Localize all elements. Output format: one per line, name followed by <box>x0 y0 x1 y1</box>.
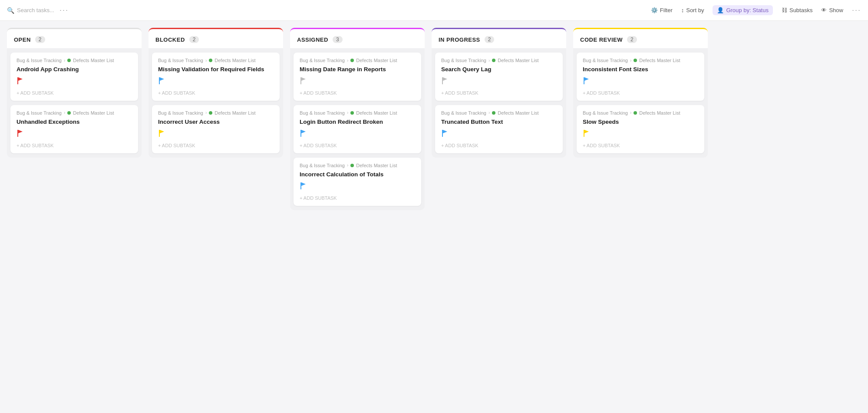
status-dot-icon <box>67 59 71 62</box>
task-card[interactable]: Bug & Issue Tracking›Defects Master List… <box>10 53 138 101</box>
topbar-left: 🔍 Search tasks... ··· <box>7 6 69 15</box>
breadcrumb-parent: Bug & Issue Tracking <box>300 163 345 168</box>
status-dot-icon <box>350 59 354 62</box>
column-count-blocked: 2 <box>189 36 199 43</box>
add-subtask-button[interactable]: + ADD SUBTASK <box>300 90 415 96</box>
breadcrumb-parent: Bug & Issue Tracking <box>441 110 486 116</box>
show-label: Show <box>829 7 843 13</box>
breadcrumb-child: Defects Master List <box>356 163 397 168</box>
add-subtask-button[interactable]: + ADD SUBTASK <box>300 143 415 148</box>
task-card[interactable]: Bug & Issue Tracking›Defects Master List… <box>152 53 280 101</box>
breadcrumb-child: Defects Master List <box>73 58 114 63</box>
add-subtask-button[interactable]: + ADD SUBTASK <box>158 90 274 96</box>
priority-flag-icon[interactable] <box>300 182 415 191</box>
task-title: Truncated Button Text <box>441 118 557 126</box>
sort-by-button[interactable]: ↕ Sort by <box>681 7 704 13</box>
task-card[interactable]: Bug & Issue Tracking›Defects Master List… <box>294 158 421 206</box>
breadcrumb-child: Defects Master List <box>356 110 397 116</box>
priority-flag-icon[interactable] <box>300 130 415 139</box>
breadcrumb-child: Defects Master List <box>215 110 255 116</box>
search-box[interactable]: 🔍 Search tasks... <box>7 7 54 14</box>
add-subtask-button[interactable]: + ADD SUBTASK <box>300 195 415 201</box>
column-header-blocked: BLOCKED2 <box>149 28 283 48</box>
card-breadcrumb: Bug & Issue Tracking›Defects Master List <box>441 110 557 116</box>
status-dot-icon <box>492 59 495 62</box>
svg-rect-9 <box>584 77 584 84</box>
card-breadcrumb: Bug & Issue Tracking›Defects Master List <box>158 110 274 116</box>
search-placeholder: Search tasks... <box>17 7 54 13</box>
svg-rect-8 <box>442 130 443 137</box>
add-subtask-button[interactable]: + ADD SUBTASK <box>158 143 274 148</box>
cards-open: Bug & Issue Tracking›Defects Master List… <box>7 48 142 158</box>
priority-flag-icon[interactable] <box>583 130 698 139</box>
breadcrumb-parent: Bug & Issue Tracking <box>17 58 62 63</box>
priority-flag-icon[interactable] <box>158 130 274 139</box>
column-assigned: ASSIGNED3Bug & Issue Tracking›Defects Ma… <box>290 28 425 210</box>
column-title-codereview: CODE REVIEW <box>580 36 623 43</box>
task-title: Login Button Redirect Broken <box>300 118 415 126</box>
status-dot-icon <box>634 111 637 115</box>
task-card[interactable]: Bug & Issue Tracking›Defects Master List… <box>294 105 421 153</box>
breadcrumb-arrow-icon: › <box>488 58 490 63</box>
column-count-codereview: 2 <box>627 36 637 43</box>
breadcrumb-arrow-icon: › <box>64 110 65 115</box>
card-breadcrumb: Bug & Issue Tracking›Defects Master List <box>17 58 132 63</box>
group-by-status-button[interactable]: 👤 Group by: Status <box>713 5 773 15</box>
filter-button[interactable]: ⚙️ Filter <box>651 7 673 13</box>
breadcrumb-parent: Bug & Issue Tracking <box>441 58 486 63</box>
task-title: Slow Speeds <box>583 118 698 126</box>
add-subtask-button[interactable]: + ADD SUBTASK <box>17 143 132 148</box>
breadcrumb-parent: Bug & Issue Tracking <box>583 58 628 63</box>
topbar-right-more-button[interactable]: ··· <box>852 6 861 15</box>
task-card[interactable]: Bug & Issue Tracking›Defects Master List… <box>577 105 704 153</box>
show-button[interactable]: 👁 Show <box>821 7 843 13</box>
card-breadcrumb: Bug & Issue Tracking›Defects Master List <box>300 163 415 168</box>
task-card[interactable]: Bug & Issue Tracking›Defects Master List… <box>435 53 563 101</box>
priority-flag-icon[interactable] <box>441 77 557 86</box>
add-subtask-button[interactable]: + ADD SUBTASK <box>583 143 698 148</box>
breadcrumb-parent: Bug & Issue Tracking <box>583 110 628 116</box>
breadcrumb-arrow-icon: › <box>205 110 207 115</box>
priority-flag-icon[interactable] <box>17 130 132 139</box>
column-count-inprogress: 2 <box>485 36 495 43</box>
card-breadcrumb: Bug & Issue Tracking›Defects Master List <box>583 110 698 116</box>
topbar-more-button[interactable]: ··· <box>59 6 69 15</box>
breadcrumb-parent: Bug & Issue Tracking <box>158 58 203 63</box>
add-subtask-button[interactable]: + ADD SUBTASK <box>441 143 557 148</box>
group-icon: 👤 <box>717 7 724 13</box>
priority-flag-icon[interactable] <box>300 77 415 86</box>
cards-assigned: Bug & Issue Tracking›Defects Master List… <box>290 48 425 210</box>
svg-rect-6 <box>300 182 301 189</box>
status-dot-icon <box>350 164 354 167</box>
task-card[interactable]: Bug & Issue Tracking›Defects Master List… <box>10 105 138 153</box>
priority-flag-icon[interactable] <box>158 77 274 86</box>
task-title: Incorrect Calculation of Totals <box>300 171 415 179</box>
show-icon: 👁 <box>821 7 827 13</box>
task-card[interactable]: Bug & Issue Tracking›Defects Master List… <box>152 105 280 153</box>
card-breadcrumb: Bug & Issue Tracking›Defects Master List <box>583 58 698 63</box>
add-subtask-button[interactable]: + ADD SUBTASK <box>17 90 132 96</box>
breadcrumb-child: Defects Master List <box>215 58 255 63</box>
task-card[interactable]: Bug & Issue Tracking›Defects Master List… <box>435 105 563 153</box>
breadcrumb-parent: Bug & Issue Tracking <box>17 110 62 116</box>
column-header-codereview: CODE REVIEW2 <box>573 28 708 48</box>
add-subtask-button[interactable]: + ADD SUBTASK <box>583 90 698 96</box>
add-subtask-button[interactable]: + ADD SUBTASK <box>441 90 557 96</box>
task-title: Unhandled Exceptions <box>17 118 132 126</box>
svg-rect-2 <box>159 77 160 84</box>
card-breadcrumb: Bug & Issue Tracking›Defects Master List <box>17 110 132 116</box>
sort-icon: ↕ <box>681 7 684 13</box>
card-breadcrumb: Bug & Issue Tracking›Defects Master List <box>441 58 557 63</box>
breadcrumb-child: Defects Master List <box>639 58 680 63</box>
column-header-assigned: ASSIGNED3 <box>290 28 425 48</box>
priority-flag-icon[interactable] <box>583 77 698 86</box>
priority-flag-icon[interactable] <box>17 77 132 86</box>
cards-blocked: Bug & Issue Tracking›Defects Master List… <box>149 48 283 158</box>
breadcrumb-arrow-icon: › <box>488 110 490 115</box>
task-card[interactable]: Bug & Issue Tracking›Defects Master List… <box>294 53 421 101</box>
task-card[interactable]: Bug & Issue Tracking›Defects Master List… <box>577 53 704 101</box>
subtasks-button[interactable]: ⛓ Subtasks <box>782 7 812 13</box>
priority-flag-icon[interactable] <box>441 130 557 139</box>
task-title: Missing Validation for Required Fields <box>158 66 274 74</box>
task-title: Incorrect User Access <box>158 118 274 126</box>
